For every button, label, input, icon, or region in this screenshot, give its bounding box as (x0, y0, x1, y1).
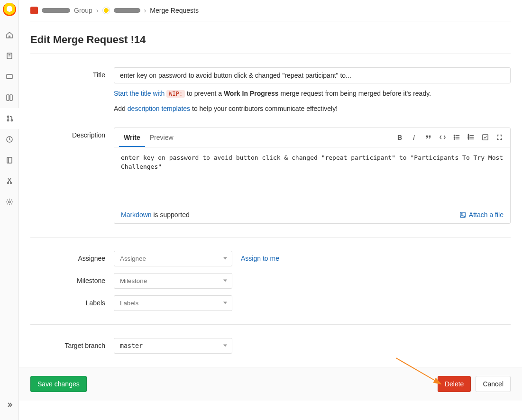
main-content: Group › › Merge Requests Edit Merge Requ… (19, 0, 522, 420)
bold-icon[interactable]: B (395, 133, 404, 142)
markdown-link[interactable]: Markdown (121, 211, 152, 219)
labels-dropdown[interactable]: Labels (114, 295, 232, 311)
wip-help-text: Start the title with WIP: to prevent a W… (114, 88, 511, 99)
breadcrumb-project-icon[interactable] (102, 7, 110, 14)
labels-label: Labels (30, 295, 114, 311)
svg-point-9 (7, 183, 9, 184)
breadcrumb-current[interactable]: Merge Requests (150, 7, 199, 14)
nav-settings-icon[interactable] (0, 192, 19, 212)
svg-point-6 (11, 120, 13, 121)
form-footer: Save changes Delete Cancel (19, 367, 522, 401)
assignee-dropdown[interactable]: Assignee (114, 251, 232, 266)
breadcrumb-project-redacted (114, 8, 140, 13)
delete-button[interactable]: Delete (438, 376, 471, 392)
nav-boards-icon[interactable] (0, 87, 19, 108)
svg-point-14 (454, 139, 455, 140)
description-templates-link[interactable]: description templates (128, 105, 190, 112)
breadcrumb-group-label[interactable]: Group (74, 7, 92, 14)
svg-rect-1 (7, 74, 12, 79)
breadcrumb: Group › › Merge Requests (30, 0, 511, 21)
assign-to-me-link[interactable]: Assign to me (241, 255, 279, 262)
svg-point-5 (8, 120, 9, 121)
attach-file-link[interactable]: Attach a file (459, 211, 504, 219)
svg-text:3: 3 (467, 137, 469, 140)
milestone-dropdown[interactable]: Milestone (114, 273, 232, 289)
svg-point-11 (9, 201, 10, 203)
template-help-text: Add description templates to help your c… (114, 103, 511, 114)
nav-home-icon[interactable] (0, 25, 19, 46)
chevron-right-icon: › (144, 7, 147, 14)
image-icon (459, 211, 466, 218)
title-input[interactable] (114, 67, 511, 83)
italic-icon[interactable]: I (410, 133, 418, 142)
sidebar-collapse-icon[interactable] (0, 394, 19, 415)
assignee-label: Assignee (30, 251, 114, 266)
description-textarea[interactable] (114, 147, 510, 204)
nav-merge-requests-icon[interactable] (0, 108, 19, 129)
nav-issues-icon[interactable] (0, 66, 19, 87)
target-branch-dropdown[interactable]: master (114, 338, 232, 354)
breadcrumb-group-redacted (42, 8, 70, 13)
nav-snippets-icon[interactable] (0, 171, 19, 192)
nav-repository-icon[interactable] (0, 46, 19, 66)
ol-icon[interactable]: 123 (467, 133, 475, 142)
cancel-button[interactable]: Cancel (476, 376, 511, 392)
sidebar (0, 0, 19, 420)
target-branch-label: Target branch (30, 338, 114, 354)
save-button[interactable]: Save changes (30, 376, 87, 392)
chevron-right-icon: › (96, 7, 99, 14)
nav-wiki-icon[interactable] (0, 150, 19, 171)
description-label: Description (30, 128, 114, 224)
svg-rect-2 (7, 95, 9, 100)
project-logo[interactable] (3, 3, 16, 16)
title-label: Title (30, 67, 114, 114)
description-editor: Write Preview B I 123 (114, 128, 511, 224)
svg-point-20 (461, 213, 462, 214)
svg-point-13 (454, 137, 455, 138)
markdown-help: Markdown is supported (121, 211, 190, 219)
nav-ci-icon[interactable] (0, 129, 19, 150)
svg-point-10 (10, 183, 11, 184)
ul-icon[interactable] (452, 133, 461, 142)
tab-preview[interactable]: Preview (145, 128, 178, 147)
svg-rect-3 (10, 95, 12, 100)
editor-toolbar: B I 123 (395, 133, 505, 142)
quote-icon[interactable] (424, 133, 432, 142)
svg-rect-8 (7, 157, 12, 163)
fullscreen-icon[interactable] (495, 133, 504, 142)
milestone-label: Milestone (30, 273, 114, 289)
svg-point-12 (454, 135, 455, 136)
svg-point-4 (8, 116, 9, 118)
wip-link[interactable]: Start the title with WIP: (114, 90, 185, 97)
tab-write[interactable]: Write (119, 128, 145, 147)
page-title: Edit Merge Request !14 (30, 21, 511, 54)
code-icon[interactable] (438, 133, 447, 142)
breadcrumb-group-icon[interactable] (30, 7, 38, 14)
task-icon[interactable] (481, 133, 489, 142)
